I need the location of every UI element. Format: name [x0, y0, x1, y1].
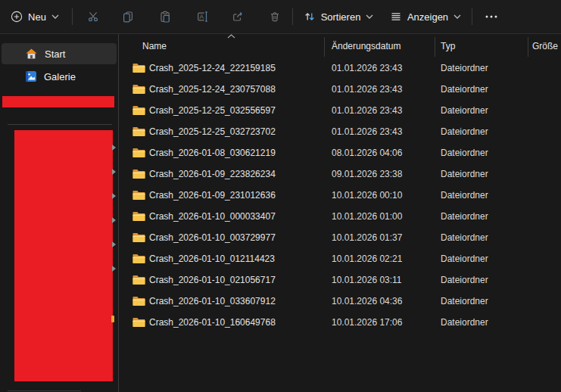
file-modified-date: 10.01.2026 00:10 [332, 190, 402, 201]
file-row[interactable]: Crash_2026-01-10_021056717 10.01.2026 03… [120, 269, 561, 291]
plus-circle-icon [11, 11, 23, 23]
sidebar-divider [8, 124, 112, 125]
file-type: Dateiordner [441, 275, 488, 285]
sort-button-label: Sortieren [321, 11, 361, 23]
sidebar-item-galerie[interactable]: Galerie [2, 67, 117, 86]
file-type: Dateiordner [441, 84, 488, 95]
folder-icon [132, 148, 145, 158]
sort-button[interactable]: Sortieren [300, 5, 377, 29]
chevron-right-icon[interactable] [112, 169, 116, 175]
copy-button[interactable] [114, 5, 142, 29]
toolbar-separator [292, 8, 293, 25]
file-modified-date: 01.01.2026 23:43 [332, 126, 402, 137]
trash-icon [269, 11, 281, 23]
chevron-right-icon[interactable] [112, 145, 116, 151]
file-type: Dateiordner [441, 169, 488, 179]
delete-button[interactable] [260, 5, 289, 29]
column-divider[interactable] [435, 37, 435, 57]
file-modified-date: 10.01.2026 02:21 [332, 254, 402, 264]
chevron-right-icon[interactable] [112, 217, 116, 223]
folder-icon [132, 105, 145, 116]
file-row[interactable]: Crash_2026-01-09_223826234 09.01.2026 23… [120, 163, 561, 185]
file-type: Dateiordner [441, 105, 488, 116]
folder-icon [132, 211, 145, 222]
cut-button[interactable] [79, 5, 108, 29]
file-row[interactable]: Crash_2026-01-10_012114423 10.01.2026 02… [120, 248, 561, 269]
folder-icon [132, 275, 145, 285]
chevron-down-icon [453, 14, 461, 19]
file-type: Dateiordner [441, 317, 488, 328]
file-row[interactable]: Crash_2025-12-25_032556597 01.01.2026 23… [120, 100, 561, 121]
file-modified-date: 10.01.2026 04:36 [332, 296, 402, 306]
sort-ascending-icon [227, 34, 235, 39]
gallery-icon [25, 70, 37, 82]
folder-icon-sliver [111, 316, 114, 322]
column-header-name[interactable]: Name [142, 41, 167, 51]
column-header-size[interactable]: Größe [532, 41, 558, 51]
view-button[interactable]: Anzeigen [386, 5, 465, 29]
view-lines-icon [390, 11, 402, 23]
rename-button[interactable]: A [188, 5, 217, 29]
file-name: Crash_2026-01-10_160649768 [149, 317, 276, 328]
sidebar-item-label: Galerie [44, 71, 76, 82]
folder-icon [132, 317, 145, 328]
new-button-label: Neu [28, 11, 46, 23]
file-name: Crash_2026-01-10_012114423 [149, 254, 275, 264]
folder-icon [132, 190, 145, 201]
file-modified-date: 10.01.2026 01:00 [332, 211, 402, 222]
folder-icon [132, 169, 145, 179]
folder-icon [132, 84, 145, 95]
chevron-down-icon [366, 14, 373, 19]
toolbar-separator [472, 8, 472, 25]
file-name: Crash_2026-01-09_223826234 [149, 169, 276, 179]
column-header-type[interactable]: Typ [441, 41, 455, 51]
view-button-label: Anzeigen [407, 11, 448, 23]
file-list: Crash_2025-12-24_222159185 01.01.2026 23… [120, 58, 561, 333]
file-type: Dateiordner [441, 126, 488, 137]
file-type: Dateiordner [441, 148, 488, 158]
home-icon [25, 48, 38, 60]
scissors-icon [87, 11, 99, 23]
file-modified-date: 01.01.2026 23:43 [332, 84, 402, 95]
file-modified-date: 01.01.2026 23:43 [332, 105, 402, 116]
file-row[interactable]: Crash_2025-12-24_230757088 01.01.2026 23… [120, 79, 561, 100]
sidebar-item-label: Start [45, 48, 65, 60]
folder-icon [132, 296, 145, 306]
file-row[interactable]: Crash_2026-01-10_000033407 10.01.2026 01… [120, 206, 561, 227]
file-modified-date: 01.01.2026 23:43 [332, 63, 402, 73]
command-bar: Neu A [0, 0, 561, 34]
file-explorer-window: Neu A [0, 0, 561, 392]
column-divider[interactable] [324, 37, 325, 57]
file-type: Dateiordner [441, 254, 488, 264]
file-row[interactable]: Crash_2026-01-10_160649768 10.01.2026 17… [120, 312, 561, 333]
chevron-right-icon[interactable] [112, 193, 116, 199]
file-row[interactable]: Crash_2025-12-24_222159185 01.01.2026 23… [120, 58, 561, 79]
file-row[interactable]: Crash_2026-01-10_033607912 10.01.2026 04… [120, 291, 561, 312]
file-row[interactable]: Crash_2026-01-10_003729977 10.01.2026 01… [120, 227, 561, 248]
new-button[interactable]: Neu [6, 5, 64, 29]
file-name: Crash_2026-01-10_003729977 [149, 232, 276, 243]
chevron-right-icon[interactable] [112, 266, 116, 272]
sort-arrows-icon [304, 11, 316, 23]
column-header-modified[interactable]: Änderungsdatum [332, 41, 400, 51]
file-row[interactable]: Crash_2026-01-09_231012636 10.01.2026 00… [120, 185, 561, 206]
paste-button[interactable] [151, 5, 179, 29]
file-list-pane: Name Änderungsdatum Typ Größe Crash_2025… [120, 34, 561, 392]
file-type: Dateiordner [441, 190, 488, 201]
column-header-row: Name Änderungsdatum Typ Größe [120, 36, 561, 56]
share-icon [232, 11, 244, 23]
file-modified-date: 10.01.2026 03:11 [332, 275, 402, 285]
chevron-down-icon [51, 14, 59, 19]
file-name: Crash_2025-12-24_222159185 [149, 63, 276, 73]
sidebar-item-start[interactable]: Start [2, 43, 117, 64]
chevron-right-icon[interactable] [112, 241, 116, 247]
navigation-pane: Start Galerie [0, 34, 119, 392]
more-options-button[interactable] [478, 5, 505, 29]
column-divider[interactable] [528, 37, 528, 57]
share-button[interactable] [223, 5, 252, 29]
folder-icon [132, 254, 145, 264]
file-modified-date: 10.01.2026 01:37 [332, 232, 402, 243]
file-row[interactable]: Crash_2025-12-25_032723702 01.01.2026 23… [120, 121, 561, 142]
file-row[interactable]: Crash_2026-01-08_030621219 08.01.2026 04… [120, 142, 561, 163]
file-type: Dateiordner [441, 296, 488, 306]
